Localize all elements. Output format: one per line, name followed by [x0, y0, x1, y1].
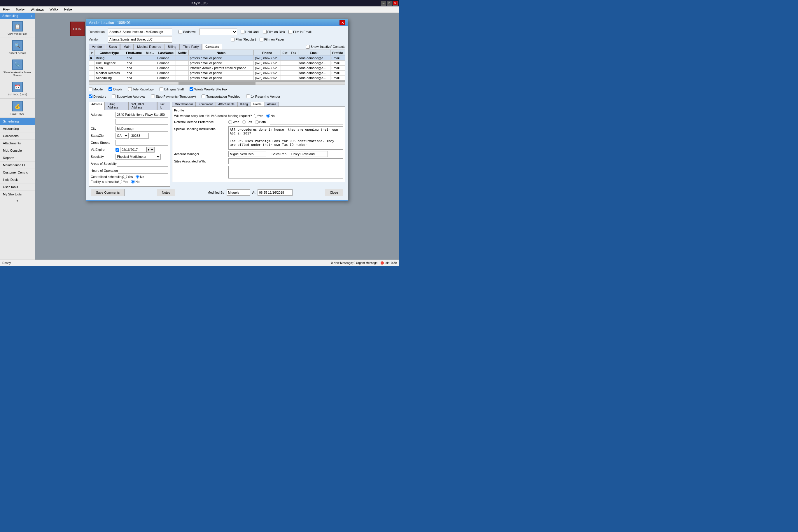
nav-collections[interactable]: Collections	[0, 132, 35, 140]
sidebar-item-view-vendor[interactable]: 📋 View Vendor List	[0, 19, 35, 38]
nav-help-desk[interactable]: Help Desk	[0, 176, 35, 184]
film-on-paper-checkbox[interactable]	[260, 38, 263, 41]
nav-maintenance[interactable]: Maintenance LU	[0, 162, 35, 169]
ptab-billing[interactable]: Billing	[238, 102, 250, 107]
state-select[interactable]: GA	[115, 133, 129, 138]
facility-yes-radio[interactable]	[118, 180, 122, 184]
table-row[interactable]: Medical Records Tana Edmond prefers emai…	[89, 71, 345, 76]
film-regular-checkbox[interactable]	[231, 38, 235, 41]
addr-tab-tax[interactable]: Tax Id	[157, 102, 170, 110]
close-btn[interactable]: Close	[325, 189, 343, 196]
sites-input[interactable]	[228, 158, 343, 164]
menu-help[interactable]: Help▾	[62, 7, 74, 12]
nav-scheduling[interactable]: Scheduling	[0, 118, 35, 125]
address-line1-input[interactable]	[115, 112, 168, 117]
menu-walk[interactable]: Walk▾	[48, 7, 60, 12]
address-line2-input[interactable]	[115, 119, 168, 125]
transportation-checkbox[interactable]	[202, 95, 205, 98]
menu-windows[interactable]: Windows	[29, 7, 45, 12]
tele-radiology-checkbox[interactable]	[128, 87, 132, 91]
ptab-alarms[interactable]: Alarms	[265, 102, 279, 107]
menu-tools[interactable]: Tools▾	[14, 7, 27, 12]
account-manager-input[interactable]	[228, 151, 266, 157]
display-checkbox[interactable]	[109, 87, 112, 91]
recurring-vendor-checkbox[interactable]	[246, 95, 250, 98]
mobile-checkbox[interactable]	[89, 87, 93, 91]
show-inactive-checkbox[interactable]	[306, 45, 310, 49]
weekly-fax-checkbox[interactable]	[190, 87, 193, 91]
table-row[interactable]: Due Diligence Tana Edmond prefers email …	[89, 61, 345, 65]
minimize-btn[interactable]: ─	[381, 1, 386, 5]
supervisor-checkbox[interactable]	[112, 95, 116, 98]
addr-tab-w9[interactable]: W9_1099 Address	[129, 102, 157, 110]
nav-accounting[interactable]: Accounting	[0, 125, 35, 132]
table-row[interactable]: Main Tana Edmond Practice Admin - prefer…	[89, 65, 345, 71]
facility-no-radio[interactable]	[131, 180, 135, 184]
referral-web-radio[interactable]	[228, 120, 232, 124]
city-input[interactable]	[115, 126, 168, 132]
sedative-dropdown[interactable]	[199, 28, 237, 35]
referral-both-radio[interactable]	[255, 120, 259, 124]
vl-expire-input[interactable]	[120, 147, 147, 153]
sales-rep-input[interactable]	[290, 151, 328, 157]
special-instructions-textarea[interactable]: All procedures done in house; they are o…	[228, 126, 343, 150]
tab-medical-records[interactable]: Medical Records	[134, 44, 164, 50]
addr-tab-address[interactable]: Address	[89, 102, 105, 110]
menu-file[interactable]: File▾	[1, 7, 12, 12]
sidebar-collapse-icon[interactable]: «	[31, 14, 32, 18]
specialty-select[interactable]: Physical Medicine ar	[115, 154, 161, 159]
centralized-yes-radio[interactable]	[123, 175, 127, 178]
nav-user-tools[interactable]: User Tools	[0, 184, 35, 191]
sidebar-item-patient-search[interactable]: 🔍 Patient Search	[0, 38, 35, 57]
contacts-table-container[interactable]: ▶ ContactType FirstName Mid... LastName …	[89, 50, 345, 81]
nav-shortcuts[interactable]: My Shortcuts	[0, 191, 35, 198]
tab-contacts[interactable]: Contacts	[202, 44, 222, 50]
app-close-btn[interactable]: ✕	[393, 1, 398, 5]
vl-expire-dropdown[interactable]: ▾	[147, 147, 155, 153]
zip-input[interactable]	[130, 133, 149, 138]
tab-main[interactable]: Main	[120, 44, 134, 50]
directory-checkbox[interactable]	[89, 95, 93, 98]
modal-close-btn[interactable]: ✕	[340, 20, 345, 25]
areas-input[interactable]	[117, 161, 168, 167]
notes-btn[interactable]: Notes	[157, 189, 175, 196]
ptab-attachments[interactable]: Attachments	[215, 102, 237, 107]
tab-vendor[interactable]: Vendor	[89, 44, 105, 50]
description-input[interactable]	[108, 28, 172, 35]
table-scrollbar[interactable]	[89, 81, 345, 85]
nav-attachments[interactable]: Attachments	[0, 140, 35, 147]
bilingual-checkbox[interactable]	[159, 87, 163, 91]
nav-reports[interactable]: Reports	[0, 154, 35, 162]
ptab-miscellaneous[interactable]: Miscellaneous	[172, 102, 196, 107]
sidebar-item-payer-todo[interactable]: 💰 Payer ToDo	[0, 99, 35, 118]
lien-yes-radio[interactable]	[254, 114, 258, 117]
film-on-disk-checkbox[interactable]	[263, 30, 267, 34]
referral-input[interactable]	[270, 119, 343, 125]
tab-billing[interactable]: Billing	[165, 44, 179, 50]
sites-area-textarea[interactable]	[228, 166, 343, 178]
nav-mgt-console[interactable]: Mgt. Console	[0, 147, 35, 154]
addr-tab-billing[interactable]: Billing Address	[105, 102, 129, 110]
hold-until-checkbox[interactable]	[241, 30, 244, 34]
film-in-email-checkbox[interactable]	[288, 30, 292, 34]
sedative-checkbox[interactable]	[178, 30, 182, 34]
table-row[interactable]: Scheduling Tana Edmond prefers email or …	[89, 76, 345, 80]
table-row[interactable]: ▶ Billing Tana Edmond prefers email or p…	[89, 55, 345, 61]
tab-sales[interactable]: Sales	[106, 44, 120, 50]
ptab-profile[interactable]: Profile	[250, 102, 264, 107]
save-comments-btn[interactable]: Save Comments	[91, 189, 125, 196]
centralized-no-radio[interactable]	[136, 175, 139, 178]
sidebar-expand-arrow[interactable]: ▼	[0, 198, 35, 204]
vl-expire-checkbox[interactable]	[115, 148, 119, 152]
maximize-btn[interactable]: □	[387, 1, 392, 5]
lien-no-radio[interactable]	[266, 114, 270, 117]
ptab-equipment[interactable]: Equipment	[196, 102, 215, 107]
tab-third-party[interactable]: Third Party	[180, 44, 202, 50]
nav-customer-centric[interactable]: Customer Centric	[0, 169, 35, 176]
sidebar-item-intake[interactable]: 📎 Show Intake Attachment Screen	[0, 57, 35, 79]
hours-input[interactable]	[118, 168, 168, 173]
referral-fax-radio[interactable]	[242, 120, 246, 124]
vendor-input[interactable]	[108, 36, 172, 43]
sidebar-item-sch-todo[interactable]: 📅 Sch ToDo (LMS)	[0, 79, 35, 99]
cross-streets-input[interactable]	[115, 140, 168, 146]
